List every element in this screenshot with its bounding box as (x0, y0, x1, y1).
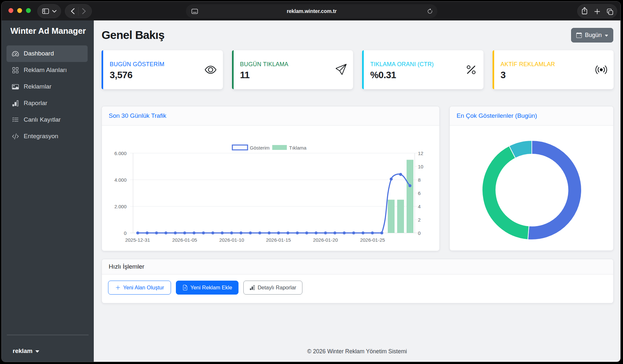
svg-text:2: 2 (418, 217, 421, 223)
svg-text:2026-01-20: 2026-01-20 (313, 237, 338, 243)
svg-text:2026-01-25: 2026-01-25 (360, 237, 385, 243)
svg-text:6: 6 (418, 190, 421, 196)
svg-text:2.000: 2.000 (114, 204, 127, 209)
svg-text:6.000: 6.000 (114, 151, 127, 156)
svg-text:0: 0 (124, 230, 127, 236)
svg-text:8: 8 (418, 177, 421, 183)
svg-text:2026-01-05: 2026-01-05 (172, 237, 197, 243)
svg-text:2026-01-10: 2026-01-10 (219, 237, 244, 243)
svg-text:4.000: 4.000 (114, 177, 127, 183)
svg-text:0: 0 (418, 230, 421, 236)
svg-text:Tıklama: Tıklama (289, 145, 307, 151)
svg-text:12: 12 (418, 151, 423, 156)
svg-text:4: 4 (418, 204, 421, 209)
svg-text:2025-12-31: 2025-12-31 (125, 237, 150, 243)
svg-text:10: 10 (418, 164, 423, 169)
svg-text:Gösterim: Gösterim (250, 145, 270, 151)
svg-text:2026-01-15: 2026-01-15 (266, 237, 291, 243)
